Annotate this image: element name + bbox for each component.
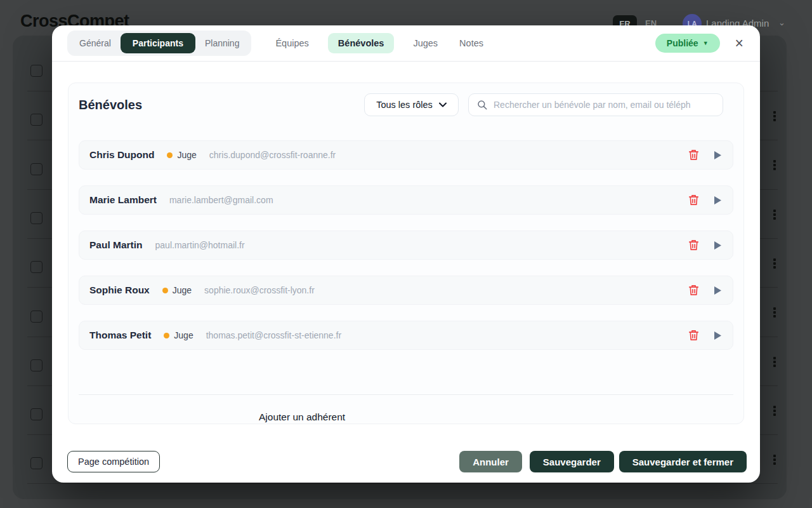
- page-title: Bénévoles: [79, 98, 142, 112]
- volunteer-name: Chris Dupond: [89, 149, 154, 161]
- status-badge-label: Publiée: [667, 38, 698, 48]
- section-tab-group: Équipes Bénévoles Juges Notes: [273, 33, 486, 53]
- role-badge: Juge: [167, 150, 196, 160]
- kebab-menu-icon: [768, 406, 781, 416]
- volunteer-name: Paul Martin: [89, 239, 143, 251]
- role-dot-icon: [167, 152, 173, 158]
- close-icon[interactable]: ×: [733, 36, 746, 51]
- tab-equipes[interactable]: Équipes: [273, 33, 311, 53]
- play-icon: [714, 286, 721, 295]
- play-icon: [714, 151, 721, 159]
- tab-participants[interactable]: Participants: [121, 33, 195, 53]
- tab-benevoles[interactable]: Bénévoles: [328, 33, 395, 53]
- delete-volunteer-button[interactable]: [687, 148, 700, 162]
- row-actions: [687, 283, 723, 297]
- role-badge: Juge: [164, 330, 193, 340]
- add-member-button[interactable]: Ajouter un adhérent: [259, 411, 345, 423]
- volunteer-email: thomas.petit@crossfit-st-etienne.fr: [206, 330, 341, 340]
- divider: [79, 394, 733, 395]
- row-checkbox: [30, 311, 43, 323]
- chevron-down-icon: [439, 102, 447, 107]
- role-badge: Juge: [162, 285, 192, 295]
- expand-volunteer-button[interactable]: [713, 240, 723, 251]
- search-icon: [476, 99, 488, 110]
- primary-tab-group: Général Participants Planning: [67, 30, 251, 56]
- competition-page-button[interactable]: Page compétition: [67, 451, 160, 472]
- row-checkbox: [30, 261, 43, 273]
- modal-header: Général Participants Planning Équipes Bé…: [52, 25, 760, 62]
- row-checkbox: [30, 457, 43, 469]
- volunteer-row: Thomas Petit Juge thomas.petit@crossfit-…: [79, 321, 733, 350]
- kebab-menu-icon: [768, 210, 781, 220]
- volunteer-name: Thomas Petit: [89, 330, 151, 341]
- trash-icon: [688, 149, 699, 161]
- role-dot-icon: [162, 288, 168, 293]
- role-filter-select[interactable]: Tous les rôles: [364, 93, 459, 116]
- expand-volunteer-button[interactable]: [713, 195, 723, 206]
- row-actions: [687, 193, 723, 207]
- row-checkbox: [30, 359, 43, 371]
- volunteer-email: sophie.roux@crossfit-lyon.fr: [204, 285, 315, 295]
- volunteer-row: Sophie Roux Juge sophie.roux@crossfit-ly…: [79, 276, 733, 305]
- play-icon: [714, 196, 721, 204]
- volunteer-name: Sophie Roux: [89, 284, 150, 296]
- save-button[interactable]: Sauvegarder: [530, 451, 614, 472]
- volunteer-email: paul.martin@hotmail.fr: [155, 240, 245, 250]
- kebab-menu-icon: [768, 258, 781, 269]
- role-label: Juge: [174, 330, 193, 340]
- competition-modal: Général Participants Planning Équipes Bé…: [52, 25, 760, 483]
- row-checkbox: [30, 212, 43, 224]
- tab-juges[interactable]: Juges: [410, 33, 440, 53]
- row-actions: [687, 148, 723, 162]
- volunteer-email: marie.lambert@gmail.com: [169, 195, 273, 205]
- volunteer-list: Chris Dupond Juge chris.dupond@crossfit-…: [69, 140, 743, 350]
- trash-icon: [688, 330, 699, 341]
- trash-icon: [688, 284, 699, 296]
- panel-header: Bénévoles Tous les rôles: [69, 83, 743, 116]
- delete-volunteer-button[interactable]: [687, 238, 700, 252]
- save-and-close-button[interactable]: Sauvegarder et fermer: [619, 451, 747, 472]
- chevron-down-icon: ▼: [703, 40, 709, 46]
- chevron-down-icon: ⌄: [778, 18, 785, 27]
- volunteer-name: Marie Lambert: [89, 194, 157, 206]
- row-checkbox: [30, 163, 43, 175]
- play-icon: [714, 331, 721, 340]
- row-divider: [27, 483, 778, 484]
- delete-volunteer-button[interactable]: [687, 283, 700, 297]
- delete-volunteer-button[interactable]: [687, 328, 700, 342]
- tab-planning[interactable]: Planning: [195, 33, 249, 53]
- volunteer-row: Paul Martin paul.martin@hotmail.fr: [79, 231, 733, 260]
- row-checkbox: [30, 114, 43, 126]
- cancel-button[interactable]: Annuler: [459, 451, 522, 472]
- tab-general[interactable]: Général: [70, 33, 121, 53]
- kebab-menu-icon: [768, 357, 781, 367]
- row-checkbox: [30, 408, 43, 420]
- search-input[interactable]: [494, 100, 715, 110]
- role-filter-value: Tous les rôles: [376, 100, 433, 110]
- status-badge[interactable]: Publiée ▼: [655, 34, 720, 53]
- delete-volunteer-button[interactable]: [687, 193, 700, 207]
- expand-volunteer-button[interactable]: [713, 285, 723, 296]
- trash-icon: [688, 194, 699, 206]
- volunteer-email: chris.dupond@crossfit-roanne.fr: [209, 150, 336, 160]
- row-actions: [687, 328, 723, 342]
- volunteer-row: Chris Dupond Juge chris.dupond@crossfit-…: [79, 140, 733, 170]
- role-label: Juge: [177, 150, 196, 160]
- role-label: Juge: [173, 285, 192, 295]
- kebab-menu-icon: [768, 307, 781, 318]
- expand-volunteer-button[interactable]: [713, 330, 723, 341]
- row-actions: [687, 238, 723, 252]
- tab-notes[interactable]: Notes: [457, 33, 486, 53]
- modal-footer: Page compétition Annuler Sauvegarder Sau…: [67, 451, 747, 472]
- kebab-menu-icon: [768, 160, 781, 170]
- search-box: [468, 93, 723, 116]
- expand-volunteer-button[interactable]: [713, 150, 723, 161]
- trash-icon: [688, 239, 699, 251]
- kebab-menu-icon: [768, 455, 781, 465]
- role-dot-icon: [164, 333, 169, 338]
- play-icon: [714, 241, 721, 250]
- volunteer-row: Marie Lambert marie.lambert@gmail.com: [79, 185, 733, 215]
- kebab-menu-icon: [768, 111, 781, 121]
- volunteers-panel: Bénévoles Tous les rôles Chris Dupond Ju…: [68, 83, 744, 424]
- row-checkbox: [30, 65, 43, 77]
